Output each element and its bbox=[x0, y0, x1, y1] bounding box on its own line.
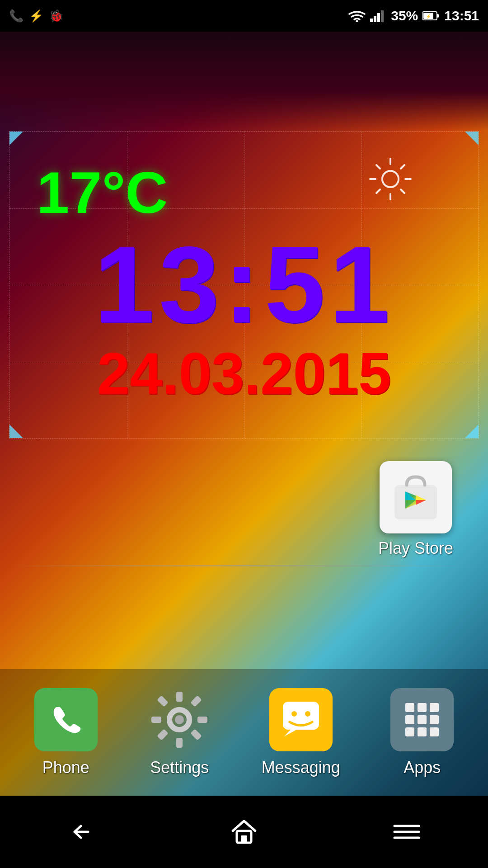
phone-icon-wrap bbox=[34, 688, 98, 751]
play-store-app[interactable]: Play Store bbox=[371, 461, 461, 558]
svg-rect-46 bbox=[418, 727, 427, 736]
dock-item-settings[interactable]: Settings bbox=[148, 688, 211, 777]
svg-rect-29 bbox=[151, 717, 161, 723]
corner-tl bbox=[9, 132, 23, 145]
battery-icon: ⚡ bbox=[422, 11, 440, 21]
dock-item-phone[interactable]: Phone bbox=[34, 688, 98, 777]
corner-br bbox=[465, 425, 479, 438]
viber-icon: 📞 bbox=[9, 9, 23, 23]
svg-rect-28 bbox=[176, 738, 183, 748]
clock-date-display: 24.03.2015 bbox=[9, 340, 479, 407]
menu-button[interactable] bbox=[380, 814, 434, 850]
dock: Phone Settings bbox=[0, 669, 488, 796]
play-store-label: Play Store bbox=[378, 539, 453, 557]
status-time: 13:51 bbox=[444, 8, 479, 24]
apps-icon bbox=[402, 699, 442, 740]
divider bbox=[9, 565, 479, 566]
svg-rect-44 bbox=[430, 715, 439, 724]
status-right-icons: 35% ⚡ 13:51 bbox=[348, 8, 479, 24]
svg-line-17 bbox=[401, 165, 404, 169]
svg-rect-45 bbox=[405, 727, 414, 736]
top-banner bbox=[0, 32, 488, 131]
svg-rect-33 bbox=[157, 729, 168, 740]
svg-rect-32 bbox=[190, 695, 202, 707]
battery-percent: 35% bbox=[391, 8, 418, 24]
apps-label: Apps bbox=[404, 758, 441, 777]
corner-tr bbox=[465, 132, 479, 145]
sun-icon bbox=[366, 154, 415, 204]
settings-icon bbox=[148, 688, 211, 751]
svg-rect-39 bbox=[405, 703, 414, 712]
svg-rect-49 bbox=[241, 835, 247, 843]
svg-point-0 bbox=[356, 20, 358, 23]
messaging-icon-wrap bbox=[269, 688, 333, 751]
clock-widget: 17°C 13:51 24.03.2015 bbox=[9, 131, 479, 439]
messaging-icon bbox=[281, 699, 321, 740]
settings-icon-wrap bbox=[148, 688, 211, 751]
svg-rect-40 bbox=[418, 703, 427, 712]
phone-label: Phone bbox=[42, 758, 89, 777]
temperature-display: 17°C bbox=[37, 159, 168, 226]
svg-marker-36 bbox=[284, 730, 296, 736]
corner-bl bbox=[9, 425, 23, 438]
svg-rect-7 bbox=[437, 14, 439, 18]
svg-text:⚡: ⚡ bbox=[426, 14, 432, 19]
bug-icon: 🐞 bbox=[49, 9, 63, 23]
svg-rect-3 bbox=[377, 13, 380, 22]
svg-rect-42 bbox=[405, 715, 414, 724]
svg-rect-27 bbox=[176, 692, 183, 702]
settings-label: Settings bbox=[150, 758, 209, 777]
svg-point-26 bbox=[175, 715, 184, 724]
svg-rect-4 bbox=[381, 10, 384, 22]
usb-icon: ⚡ bbox=[29, 9, 43, 23]
svg-rect-47 bbox=[430, 727, 439, 736]
clock-time-display: 13:51 bbox=[9, 222, 479, 347]
svg-rect-30 bbox=[197, 717, 207, 723]
apps-icon-wrap bbox=[390, 688, 454, 751]
svg-rect-1 bbox=[370, 19, 373, 22]
svg-point-37 bbox=[291, 711, 297, 717]
back-button[interactable] bbox=[54, 814, 108, 850]
svg-line-15 bbox=[376, 165, 380, 169]
svg-rect-31 bbox=[157, 695, 168, 707]
signal-icon bbox=[370, 9, 386, 22]
svg-rect-34 bbox=[190, 729, 202, 740]
status-left-icons: 📞 ⚡ 🐞 bbox=[9, 9, 63, 23]
dock-item-messaging[interactable]: Messaging bbox=[262, 688, 340, 777]
wifi-icon bbox=[348, 9, 366, 22]
home-button[interactable] bbox=[217, 814, 271, 850]
dock-item-apps[interactable]: Apps bbox=[390, 688, 454, 777]
nav-bar bbox=[0, 796, 488, 868]
svg-rect-2 bbox=[374, 16, 376, 22]
svg-rect-41 bbox=[430, 703, 439, 712]
status-bar: 📞 ⚡ 🐞 35% ⚡ 13:51 bbox=[0, 0, 488, 32]
svg-line-18 bbox=[376, 189, 380, 193]
play-store-icon bbox=[391, 472, 441, 522]
svg-point-38 bbox=[305, 711, 310, 717]
menu-icon bbox=[391, 821, 422, 843]
svg-rect-43 bbox=[418, 715, 427, 724]
phone-icon bbox=[48, 702, 84, 738]
svg-point-10 bbox=[382, 171, 399, 187]
home-icon bbox=[230, 818, 258, 845]
back-icon bbox=[66, 821, 97, 843]
play-store-icon-container bbox=[380, 461, 452, 533]
svg-line-16 bbox=[401, 189, 404, 193]
messaging-label: Messaging bbox=[262, 758, 340, 777]
